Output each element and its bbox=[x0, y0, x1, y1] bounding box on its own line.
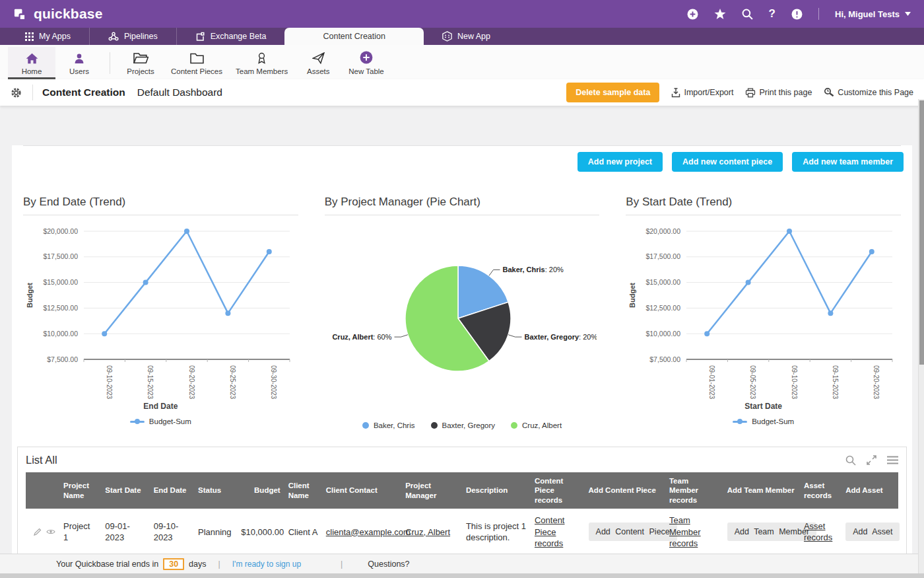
search-icon[interactable] bbox=[742, 9, 753, 20]
tab-label: Pipelines bbox=[124, 32, 158, 41]
add-content-piece-button[interactable]: Add Content Piece bbox=[589, 523, 677, 541]
asset-records-link[interactable]: Asset records bbox=[804, 521, 832, 543]
svg-text:09-15-2023: 09-15-2023 bbox=[147, 365, 154, 400]
tab-label: Exchange Beta bbox=[211, 32, 267, 41]
chevron-down-icon bbox=[905, 12, 911, 16]
svg-text:Budget: Budget bbox=[628, 283, 636, 308]
column-header-budget: Budget bbox=[237, 472, 284, 509]
cell-add-asset: Add Asset bbox=[842, 509, 898, 556]
import-export-button[interactable]: Import/Export bbox=[671, 88, 733, 98]
view-eye-icon[interactable] bbox=[46, 528, 55, 535]
toolbar-divider bbox=[110, 52, 110, 74]
svg-text:09-20-2023: 09-20-2023 bbox=[188, 365, 195, 400]
customize-page-button[interactable]: Customize this Page bbox=[824, 87, 913, 98]
trial-separator: | bbox=[341, 560, 343, 569]
help-icon[interactable]: ? bbox=[769, 7, 776, 20]
add-new-project-button[interactable]: Add new project bbox=[578, 152, 663, 172]
print-page-button[interactable]: Print this page bbox=[745, 88, 812, 98]
table-row: Project 109-01-202309-10-2023Planning$10… bbox=[26, 509, 898, 556]
delete-sample-data-button[interactable]: Delete sample data bbox=[566, 83, 659, 102]
tab-pipelines[interactable]: Pipelines bbox=[89, 28, 176, 45]
add-new-team-member-button[interactable]: Add new team member bbox=[792, 152, 904, 172]
toolbar-item-label: Projects bbox=[127, 67, 154, 75]
legend-budget-sum[interactable]: Budget-Sum bbox=[130, 417, 191, 425]
cell-project-name: Project 1 bbox=[59, 509, 101, 556]
tab-label: Content Creation bbox=[323, 32, 385, 41]
tab-exchange-beta[interactable]: Exchange Beta bbox=[176, 28, 285, 45]
toolbar-item-assets[interactable]: Assets bbox=[294, 47, 342, 79]
svg-text:$10,000.00: $10,000.00 bbox=[646, 330, 681, 338]
legend-dot-icon bbox=[362, 422, 369, 429]
add-team-member-button[interactable]: Add Team Member bbox=[727, 523, 816, 541]
app-tabs: My AppsPipelinesExchange BetaContent Cre… bbox=[0, 28, 924, 45]
cell-project-manager: Cruz, Albert bbox=[401, 509, 462, 556]
client-contact-link[interactable]: clienta@example.com bbox=[326, 527, 411, 537]
tab-new-app[interactable]: New App bbox=[424, 28, 509, 45]
toolbar-item-team-members[interactable]: Team Members bbox=[229, 47, 294, 79]
quickbase-logo-icon bbox=[13, 7, 28, 22]
quickbase-logo[interactable]: quickbase bbox=[13, 6, 103, 22]
legend-label: Baxter, Gregory bbox=[442, 421, 496, 429]
add-icon[interactable] bbox=[687, 9, 698, 20]
toolbar-item-home[interactable]: Home bbox=[8, 47, 55, 79]
cell-team-member-records: Team Member records bbox=[665, 509, 723, 556]
svg-text:09-15-2023: 09-15-2023 bbox=[832, 365, 839, 400]
legend-baker-chris[interactable]: Baker, Chris bbox=[362, 421, 415, 429]
favorites-star-icon[interactable] bbox=[714, 9, 726, 20]
tab-label: New App bbox=[457, 32, 490, 41]
toolbar-item-label: Home bbox=[22, 67, 42, 75]
by-start-date-trend-chart: $7,500.00$10,000.00$12,500.00$15,000.00$… bbox=[626, 219, 901, 406]
pie-chart-legend: Baker, ChrisBaxter, GregoryCruz, Albert bbox=[325, 421, 600, 429]
folder-icon bbox=[190, 51, 204, 64]
legend-budget-sum[interactable]: Budget-Sum bbox=[733, 417, 794, 425]
svg-text:$20,000.00: $20,000.00 bbox=[43, 227, 78, 235]
print-label: Print this page bbox=[759, 88, 812, 97]
page-header: Content Creation Default Dashboard Delet… bbox=[0, 79, 924, 106]
team-member-records-link[interactable]: Team Member records bbox=[669, 515, 701, 548]
cell-budget: $10,000.00 bbox=[237, 509, 284, 556]
column-header-add-team-member: Add Team Member bbox=[723, 472, 800, 509]
add-new-content-piece-button[interactable]: Add new content piece bbox=[672, 152, 783, 172]
cell-icons bbox=[26, 509, 59, 556]
table-menu-icon[interactable] bbox=[887, 456, 898, 464]
content-piece-records-link[interactable]: Content Piece records bbox=[535, 515, 565, 548]
project-manager-link[interactable]: Cruz, Albert bbox=[405, 527, 450, 537]
toolbar-item-new-table[interactable]: New Table bbox=[342, 47, 391, 79]
tab-my-apps[interactable]: My Apps bbox=[7, 28, 89, 45]
column-header-content-piece-records: Content Piece records bbox=[531, 472, 585, 509]
column-header-client-name: Client Name bbox=[284, 472, 322, 509]
scrollbar-thumb[interactable] bbox=[919, 100, 924, 365]
chart-title: By Project Manager (Pie Chart) bbox=[325, 196, 600, 215]
toolbar-item-content-pieces[interactable]: Content Pieces bbox=[164, 47, 229, 79]
chart-title: By Start Date (Trend) bbox=[626, 196, 901, 215]
tab-label: My Apps bbox=[39, 32, 71, 41]
toolbar-item-projects[interactable]: Projects bbox=[117, 47, 164, 79]
table-expand-icon[interactable] bbox=[867, 455, 876, 465]
notifications-icon[interactable] bbox=[791, 9, 803, 20]
cube-icon bbox=[442, 31, 452, 42]
page-title: Default Dashboard bbox=[137, 87, 222, 98]
legend-cruz-albert[interactable]: Cruz, Albert bbox=[511, 421, 562, 429]
table-search-icon[interactable] bbox=[845, 455, 856, 466]
edit-pencil-icon[interactable] bbox=[34, 528, 42, 536]
signup-link[interactable]: I'm ready to sign up bbox=[232, 560, 301, 569]
add-asset-button[interactable]: Add Asset bbox=[845, 523, 900, 541]
legend-label: Budget-Sum bbox=[149, 417, 191, 425]
user-menu[interactable]: Hi, Miguel Tests bbox=[835, 9, 911, 19]
legend-baxter-gregory[interactable]: Baxter, Gregory bbox=[431, 421, 496, 429]
award-icon bbox=[257, 51, 267, 64]
cell-client-name: Client A bbox=[284, 509, 322, 556]
toolbar-item-users[interactable]: Users bbox=[55, 47, 103, 79]
plane-icon bbox=[312, 51, 325, 64]
legend-label: Cruz, Albert bbox=[522, 421, 562, 429]
user-greeting: Hi, Miguel Tests bbox=[835, 9, 900, 19]
vertical-scrollbar[interactable] bbox=[918, 99, 924, 573]
trial-days-word: days bbox=[189, 560, 206, 569]
settings-gear-icon[interactable] bbox=[11, 87, 22, 98]
topbar-divider bbox=[818, 8, 819, 20]
exchange-icon bbox=[195, 32, 205, 42]
legend-label: Baker, Chris bbox=[374, 421, 415, 429]
questions-link[interactable]: Questions? bbox=[368, 560, 409, 569]
header-divider bbox=[32, 85, 33, 100]
tab-content-creation[interactable]: Content Creation bbox=[284, 28, 424, 45]
